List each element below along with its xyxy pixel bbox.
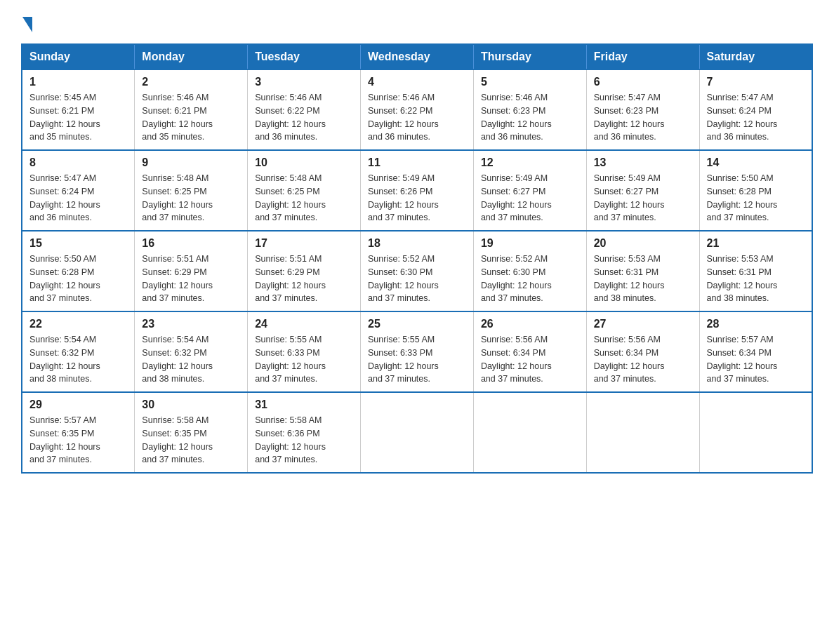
day-number: 15: [29, 237, 127, 250]
day-info: Sunrise: 5:46 AMSunset: 6:22 PMDaylight:…: [368, 91, 466, 144]
day-number: 23: [142, 318, 240, 330]
day-number: 1: [29, 76, 127, 88]
calendar-cell: [586, 392, 699, 473]
day-of-week-thursday: Thursday: [473, 44, 586, 69]
day-info: Sunrise: 5:46 AMSunset: 6:22 PMDaylight:…: [255, 91, 353, 144]
day-number: 31: [255, 398, 353, 411]
day-number: 29: [29, 398, 127, 411]
page-header: [21, 14, 813, 29]
calendar-body: 1 Sunrise: 5:45 AMSunset: 6:21 PMDayligh…: [22, 69, 812, 473]
day-number: 30: [142, 398, 240, 411]
calendar-cell: 21 Sunrise: 5:53 AMSunset: 6:31 PMDaylig…: [699, 231, 812, 311]
day-number: 2: [142, 76, 240, 88]
calendar-table: SundayMondayTuesdayWednesdayThursdayFrid…: [21, 43, 813, 474]
day-of-week-monday: Monday: [135, 44, 248, 69]
day-of-week-wednesday: Wednesday: [361, 44, 474, 69]
day-number: 24: [255, 318, 353, 330]
day-number: 12: [481, 156, 579, 169]
day-info: Sunrise: 5:52 AMSunset: 6:30 PMDaylight:…: [481, 253, 579, 305]
day-of-week-tuesday: Tuesday: [248, 44, 361, 69]
calendar-cell: 26 Sunrise: 5:56 AMSunset: 6:34 PMDaylig…: [473, 311, 586, 392]
calendar-cell: 17 Sunrise: 5:51 AMSunset: 6:29 PMDaylig…: [248, 231, 361, 311]
logo: [21, 14, 32, 29]
day-info: Sunrise: 5:57 AMSunset: 6:35 PMDaylight:…: [29, 414, 127, 467]
calendar-cell: [473, 392, 586, 473]
calendar-cell: 12 Sunrise: 5:49 AMSunset: 6:27 PMDaylig…: [473, 150, 586, 231]
day-info: Sunrise: 5:47 AMSunset: 6:24 PMDaylight:…: [29, 172, 127, 224]
day-number: 16: [142, 237, 240, 250]
day-number: 13: [594, 156, 692, 169]
calendar-cell: 25 Sunrise: 5:55 AMSunset: 6:33 PMDaylig…: [361, 311, 474, 392]
logo-triangle-icon: [22, 17, 32, 32]
calendar-cell: 16 Sunrise: 5:51 AMSunset: 6:29 PMDaylig…: [135, 231, 248, 311]
week-row-5: 29 Sunrise: 5:57 AMSunset: 6:35 PMDaylig…: [22, 392, 812, 473]
calendar-cell: 27 Sunrise: 5:56 AMSunset: 6:34 PMDaylig…: [586, 311, 699, 392]
day-info: Sunrise: 5:58 AMSunset: 6:35 PMDaylight:…: [142, 414, 240, 467]
day-info: Sunrise: 5:54 AMSunset: 6:32 PMDaylight:…: [29, 333, 127, 386]
day-number: 6: [594, 76, 692, 88]
calendar-cell: 6 Sunrise: 5:47 AMSunset: 6:23 PMDayligh…: [586, 69, 699, 150]
day-of-week-friday: Friday: [586, 44, 699, 69]
day-number: 10: [255, 156, 353, 169]
day-number: 14: [707, 156, 805, 169]
day-info: Sunrise: 5:50 AMSunset: 6:28 PMDaylight:…: [29, 253, 127, 305]
day-number: 21: [707, 237, 805, 250]
day-number: 11: [368, 156, 466, 169]
calendar-cell: 15 Sunrise: 5:50 AMSunset: 6:28 PMDaylig…: [22, 231, 135, 311]
day-number: 22: [29, 318, 127, 330]
day-number: 19: [481, 237, 579, 250]
day-info: Sunrise: 5:48 AMSunset: 6:25 PMDaylight:…: [255, 172, 353, 224]
day-info: Sunrise: 5:48 AMSunset: 6:25 PMDaylight:…: [142, 172, 240, 224]
calendar-cell: 11 Sunrise: 5:49 AMSunset: 6:26 PMDaylig…: [361, 150, 474, 231]
day-info: Sunrise: 5:49 AMSunset: 6:27 PMDaylight:…: [481, 172, 579, 224]
week-row-3: 15 Sunrise: 5:50 AMSunset: 6:28 PMDaylig…: [22, 231, 812, 311]
day-info: Sunrise: 5:51 AMSunset: 6:29 PMDaylight:…: [255, 253, 353, 305]
day-info: Sunrise: 5:47 AMSunset: 6:23 PMDaylight:…: [594, 91, 692, 144]
calendar-cell: 18 Sunrise: 5:52 AMSunset: 6:30 PMDaylig…: [361, 231, 474, 311]
day-number: 4: [368, 76, 466, 88]
day-info: Sunrise: 5:56 AMSunset: 6:34 PMDaylight:…: [594, 333, 692, 386]
days-of-week-row: SundayMondayTuesdayWednesdayThursdayFrid…: [22, 44, 812, 69]
day-of-week-saturday: Saturday: [699, 44, 812, 69]
day-info: Sunrise: 5:51 AMSunset: 6:29 PMDaylight:…: [142, 253, 240, 305]
day-info: Sunrise: 5:46 AMSunset: 6:21 PMDaylight:…: [142, 91, 240, 144]
calendar-cell: 9 Sunrise: 5:48 AMSunset: 6:25 PMDayligh…: [135, 150, 248, 231]
day-info: Sunrise: 5:47 AMSunset: 6:24 PMDaylight:…: [707, 91, 805, 144]
calendar-cell: 22 Sunrise: 5:54 AMSunset: 6:32 PMDaylig…: [22, 311, 135, 392]
day-number: 26: [481, 318, 579, 330]
day-number: 20: [594, 237, 692, 250]
calendar-cell: 24 Sunrise: 5:55 AMSunset: 6:33 PMDaylig…: [248, 311, 361, 392]
calendar-cell: 20 Sunrise: 5:53 AMSunset: 6:31 PMDaylig…: [586, 231, 699, 311]
day-number: 17: [255, 237, 353, 250]
calendar-cell: 10 Sunrise: 5:48 AMSunset: 6:25 PMDaylig…: [248, 150, 361, 231]
day-info: Sunrise: 5:49 AMSunset: 6:26 PMDaylight:…: [368, 172, 466, 224]
calendar-cell: 8 Sunrise: 5:47 AMSunset: 6:24 PMDayligh…: [22, 150, 135, 231]
week-row-4: 22 Sunrise: 5:54 AMSunset: 6:32 PMDaylig…: [22, 311, 812, 392]
day-number: 3: [255, 76, 353, 88]
day-of-week-sunday: Sunday: [22, 44, 135, 69]
day-info: Sunrise: 5:50 AMSunset: 6:28 PMDaylight:…: [707, 172, 805, 224]
calendar-cell: 23 Sunrise: 5:54 AMSunset: 6:32 PMDaylig…: [135, 311, 248, 392]
calendar-cell: 13 Sunrise: 5:49 AMSunset: 6:27 PMDaylig…: [586, 150, 699, 231]
day-info: Sunrise: 5:55 AMSunset: 6:33 PMDaylight:…: [255, 333, 353, 386]
day-info: Sunrise: 5:49 AMSunset: 6:27 PMDaylight:…: [594, 172, 692, 224]
calendar-cell: 7 Sunrise: 5:47 AMSunset: 6:24 PMDayligh…: [699, 69, 812, 150]
day-number: 9: [142, 156, 240, 169]
day-number: 25: [368, 318, 466, 330]
day-number: 18: [368, 237, 466, 250]
day-number: 7: [707, 76, 805, 88]
calendar-cell: 1 Sunrise: 5:45 AMSunset: 6:21 PMDayligh…: [22, 69, 135, 150]
day-info: Sunrise: 5:52 AMSunset: 6:30 PMDaylight:…: [368, 253, 466, 305]
day-number: 5: [481, 76, 579, 88]
calendar-cell: [361, 392, 474, 473]
calendar-cell: 2 Sunrise: 5:46 AMSunset: 6:21 PMDayligh…: [135, 69, 248, 150]
day-info: Sunrise: 5:55 AMSunset: 6:33 PMDaylight:…: [368, 333, 466, 386]
calendar-cell: 29 Sunrise: 5:57 AMSunset: 6:35 PMDaylig…: [22, 392, 135, 473]
calendar-cell: 19 Sunrise: 5:52 AMSunset: 6:30 PMDaylig…: [473, 231, 586, 311]
day-number: 27: [594, 318, 692, 330]
day-info: Sunrise: 5:56 AMSunset: 6:34 PMDaylight:…: [481, 333, 579, 386]
day-info: Sunrise: 5:57 AMSunset: 6:34 PMDaylight:…: [707, 333, 805, 386]
calendar-cell: 30 Sunrise: 5:58 AMSunset: 6:35 PMDaylig…: [135, 392, 248, 473]
day-info: Sunrise: 5:53 AMSunset: 6:31 PMDaylight:…: [594, 253, 692, 305]
calendar-cell: 31 Sunrise: 5:58 AMSunset: 6:36 PMDaylig…: [248, 392, 361, 473]
